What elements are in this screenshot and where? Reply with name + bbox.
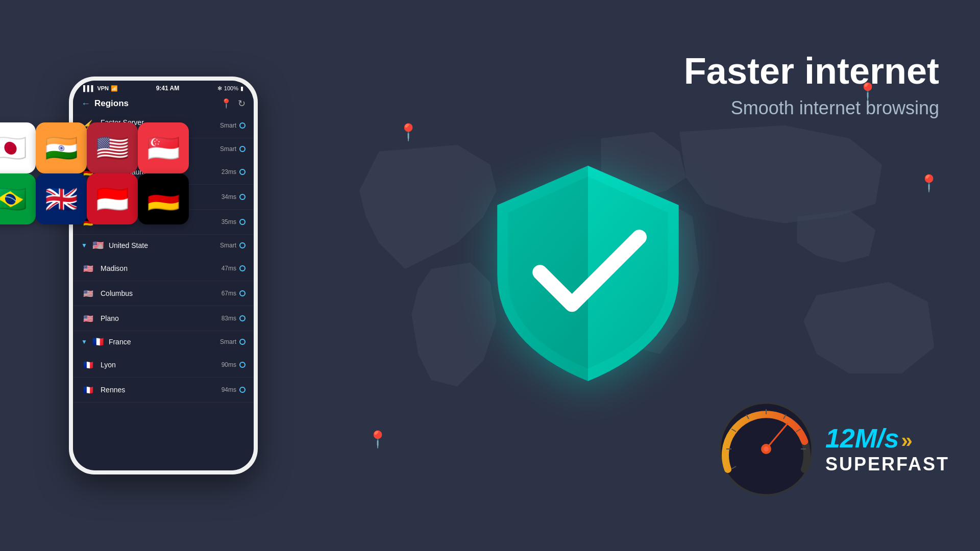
refresh-icon[interactable]: ↻: [238, 98, 246, 109]
plano-dot: [239, 315, 246, 321]
kassel-dot: [239, 219, 246, 225]
germany-dot: [239, 146, 246, 152]
faster-server-badge: Smart: [220, 122, 236, 129]
germany-flag-card[interactable]: 🇩🇪: [138, 173, 189, 224]
shield-container: [481, 157, 695, 394]
plano-item[interactable]: 🇺🇸 Plano 83ms: [73, 306, 254, 331]
location-pin-3: 📍: [919, 173, 939, 193]
rennes-flag: 🇫🇷: [83, 385, 93, 395]
indonesia-flag-card[interactable]: 🇮🇩: [87, 173, 138, 224]
status-bar: ▌▌▌ VPN 📶 9:41 AM ✻ 100% ▮: [73, 81, 254, 94]
battery-label: 100%: [224, 85, 238, 91]
flags-overlay: 🇯🇵 🇮🇳 🇺🇸 🇸🇬 🇧🇷 🇬🇧 🇮🇩 🇩🇪: [0, 122, 189, 224]
usa-section-header[interactable]: ▼ 🇺🇸 United State Smart: [73, 235, 254, 256]
columbus-flag: 🇺🇸: [83, 289, 93, 298]
hero-text: Faster internet Smooth internet browsing: [684, 51, 939, 119]
svg-point-11: [764, 446, 769, 452]
wifi-icon: 📶: [111, 85, 118, 92]
carrier-label: VPN: [97, 85, 109, 91]
speed-value: 12M/s: [825, 423, 899, 454]
france-badge: Smart: [220, 338, 236, 345]
usa-dot: [239, 242, 246, 248]
usa-badge: Smart: [220, 242, 236, 249]
india-flag-card[interactable]: 🇮🇳: [36, 122, 87, 173]
usa-name: United State: [109, 241, 220, 249]
screen-title: Regions: [94, 98, 129, 109]
madison-item[interactable]: 🇺🇸 Madison 47ms: [73, 256, 254, 281]
columbus-item[interactable]: 🇺🇸 Columbus 67ms: [73, 281, 254, 306]
bluetooth-icon: ✻: [217, 85, 222, 92]
madison-flag: 🇺🇸: [83, 264, 93, 273]
bamberg-dot: [239, 194, 246, 200]
france-section-header[interactable]: ▼ 🇫🇷 France Smart: [73, 331, 254, 353]
lyon-dot: [239, 362, 246, 368]
back-button[interactable]: ←: [81, 98, 90, 109]
speed-info: 12M/s » SUPERFAST: [825, 423, 949, 475]
plano-flag: 🇺🇸: [83, 314, 93, 323]
lyon-flag: 🇫🇷: [83, 360, 93, 370]
speed-arrows: »: [901, 429, 912, 452]
herzogenaurach-dot: [239, 169, 246, 175]
left-panel: ▌▌▌ VPN 📶 9:41 AM ✻ 100% ▮ ← Regions: [0, 0, 327, 551]
rennes-dot: [239, 387, 246, 393]
usa-flag-card[interactable]: 🇺🇸: [87, 122, 138, 173]
brazil-flag-card[interactable]: 🇧🇷: [0, 173, 36, 224]
hero-subtitle: Smooth internet browsing: [684, 97, 939, 119]
right-panel: 📍 📍 📍 📍 Faster internet Smooth internet …: [327, 0, 980, 551]
speed-container: 12M/s » SUPERFAST: [715, 398, 949, 500]
france-chevron: ▼: [81, 338, 87, 345]
location-pin-1: 📍: [398, 122, 419, 142]
usa-chevron: ▼: [81, 242, 87, 249]
hero-title: Faster internet: [684, 51, 939, 91]
battery-icon: ▮: [240, 85, 243, 92]
location-pin-4: 📍: [368, 430, 388, 449]
japan-flag-card[interactable]: 🇯🇵: [0, 122, 36, 173]
lyon-item[interactable]: 🇫🇷 Lyon 90ms: [73, 353, 254, 378]
signal-bars: ▌▌▌: [83, 85, 95, 91]
uk-flag-card[interactable]: 🇬🇧: [36, 173, 87, 224]
rennes-item[interactable]: 🇫🇷 Rennes 94ms: [73, 378, 254, 403]
app-header: ← Regions 📍 ↻: [73, 94, 254, 113]
singapore-flag-card[interactable]: 🇸🇬: [138, 122, 189, 173]
madison-dot: [239, 265, 246, 271]
status-time: 9:41 AM: [156, 85, 180, 92]
france-dot: [239, 339, 246, 345]
germany-badge: Smart: [220, 145, 236, 153]
location-icon[interactable]: 📍: [220, 98, 232, 109]
columbus-dot: [239, 290, 246, 296]
france-name: France: [109, 338, 220, 346]
faster-server-dot: [239, 122, 246, 129]
speed-label: SUPERFAST: [825, 454, 949, 475]
france-flag: 🇫🇷: [92, 336, 104, 347]
usa-flag: 🇺🇸: [92, 240, 104, 251]
